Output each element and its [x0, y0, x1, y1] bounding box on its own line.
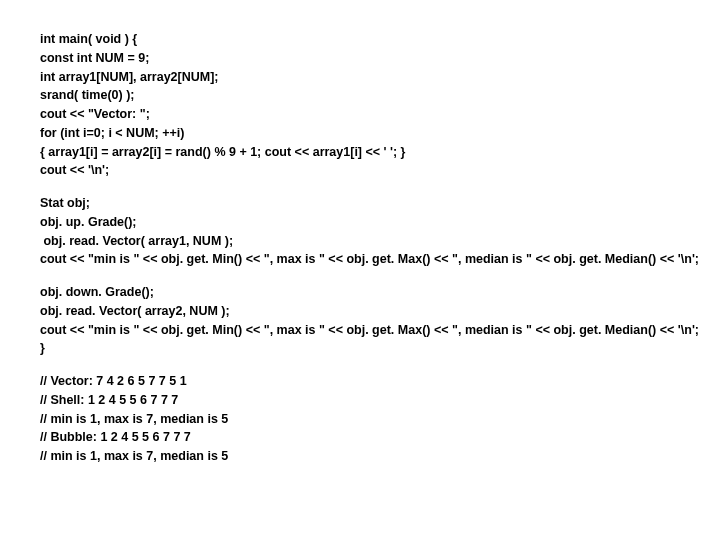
code-line: cout << "Vector: "; — [40, 105, 720, 124]
code-line: { array1[i] = array2[i] = rand() % 9 + 1… — [40, 143, 720, 162]
comment-line: // Bubble: 1 2 4 5 5 6 7 7 7 — [40, 428, 720, 447]
comment-line: // Vector: 7 4 2 6 5 7 7 5 1 — [40, 372, 720, 391]
code-line: obj. up. Grade(); — [40, 213, 720, 232]
code-line: obj. read. Vector( array2, NUM ); — [40, 302, 720, 321]
blank-line — [40, 180, 720, 194]
code-line: obj. down. Grade(); — [40, 283, 720, 302]
blank-line — [40, 269, 720, 283]
code-line: int array1[NUM], array2[NUM]; — [40, 68, 720, 87]
code-line: srand( time(0) ); — [40, 86, 720, 105]
code-line: obj. read. Vector( array1, NUM ); — [40, 232, 720, 251]
comment-line: // min is 1, max is 7, median is 5 — [40, 447, 720, 466]
code-line: Stat obj; — [40, 194, 720, 213]
code-line: const int NUM = 9; — [40, 49, 720, 68]
code-line: } — [40, 339, 720, 358]
comment-line: // Shell: 1 2 4 5 5 6 7 7 7 — [40, 391, 720, 410]
code-line: cout << '\n'; — [40, 161, 720, 180]
blank-line — [40, 358, 720, 372]
code-line: int main( void ) { — [40, 30, 720, 49]
comment-line: // min is 1, max is 7, median is 5 — [40, 410, 720, 429]
code-line: cout << "min is " << obj. get. Min() << … — [40, 250, 720, 269]
code-block: int main( void ) { const int NUM = 9; in… — [0, 0, 720, 466]
code-line: cout << "min is " << obj. get. Min() << … — [40, 321, 720, 340]
code-line: for (int i=0; i < NUM; ++i) — [40, 124, 720, 143]
